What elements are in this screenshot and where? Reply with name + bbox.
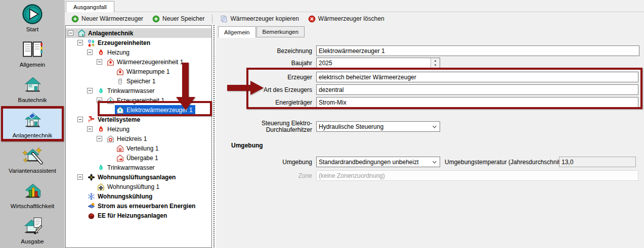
expander-minus-icon[interactable] xyxy=(97,136,105,141)
tree-item-wohnungslueftung-1[interactable]: Wohnungslüftung 1 xyxy=(66,182,211,191)
toolbar-button-label: Wärmeerzeuger löschen xyxy=(318,15,384,22)
waermeerzeuger-loeschen-button[interactable]: Wärmeerzeuger löschen xyxy=(305,14,388,24)
sidebar-item-label: Start xyxy=(26,26,38,32)
tree-item-erzeugereinheiten[interactable]: Erzeugereinheiten xyxy=(66,38,211,47)
sidebar-item-variantenassistent[interactable]: Variantenassistent xyxy=(0,141,65,177)
tree-item-trinkwarmwasser[interactable]: Trinkwarmwasser xyxy=(66,86,211,95)
tree-item-uebergabe-1[interactable]: Übergabe 1 xyxy=(66,153,211,163)
tree-item-speicher-1[interactable]: Speicher 1 xyxy=(66,76,211,86)
snowflake-icon xyxy=(87,192,96,201)
add-icon xyxy=(152,15,160,23)
art-des-erzeugers-input[interactable] xyxy=(316,84,638,95)
start-icon xyxy=(21,3,44,25)
tree-item-elektrowaermeerzeuger-1[interactable]: Elektrowärmeerzeuger 1 xyxy=(66,105,211,115)
zone-label: Zone xyxy=(216,172,312,179)
bezeichnung-input[interactable] xyxy=(316,45,639,56)
sidebar-item-label: Bautechnik xyxy=(18,97,47,103)
erzeuger-input[interactable] xyxy=(316,72,638,82)
neuer-waermeerzeuger-button[interactable]: Neuer Wärmeerzeuger xyxy=(68,14,147,24)
expander-minus-icon[interactable] xyxy=(87,49,96,55)
steuerung-label: Steuerung Elektro-Durchlauferhitzer xyxy=(216,120,312,133)
tree-item-anlagentechnik[interactable]: Anlagentechnik xyxy=(66,28,211,38)
steuerung-value: Hydraulische Steuerung xyxy=(319,123,383,130)
delete-icon xyxy=(308,15,316,23)
solar-icon xyxy=(87,202,96,210)
tree-item-wohnungslueftungsanlagen[interactable]: Wohnungslüftungsanlagen xyxy=(66,172,211,182)
form-tabstrip: Allgemein Bemerkungen xyxy=(218,26,305,37)
tree-item-verteilung-1[interactable]: Verteilung 1 xyxy=(66,143,211,153)
neuer-speicher-button[interactable]: Neuer Speicher xyxy=(149,14,208,24)
sidebar-item-anlagentechnik[interactable]: Anlagentechnik xyxy=(1,107,64,141)
baujahr-input[interactable] xyxy=(316,58,440,68)
tree-item-label: Wohnungslüftung 1 xyxy=(107,183,159,190)
tree-item-label: Heizkreis 1 xyxy=(117,135,147,142)
art-des-erzeugers-label: Art des Erzeugers xyxy=(216,86,312,93)
energietraeger-input[interactable] xyxy=(316,97,638,108)
sidebar-item-label: Anlagentechnik xyxy=(13,132,53,138)
expander-minus-icon[interactable] xyxy=(77,174,86,180)
expander-minus-icon[interactable] xyxy=(77,117,86,122)
expander-minus-icon[interactable] xyxy=(68,30,76,36)
sidebar-item-allgemein[interactable]: Allgemein xyxy=(0,35,65,71)
tab-allgemein[interactable]: Allgemein xyxy=(218,26,256,38)
ee-icon xyxy=(87,212,96,220)
flame-icon xyxy=(97,48,105,57)
tree-item-label: Trinkwarmwasser xyxy=(107,164,155,171)
expander-minus-icon[interactable] xyxy=(87,126,96,132)
tree-item-verteilsysteme[interactable]: Verteilsysteme xyxy=(66,115,211,124)
tab-ausgangsfall[interactable]: Ausgangsfall xyxy=(66,1,114,13)
house-flame-icon xyxy=(116,68,124,76)
fan-icon xyxy=(87,173,96,181)
waermeerzeuger-kopieren-button[interactable]: Wärmeerzeuger kopieren xyxy=(217,14,302,24)
tree-item-heizung[interactable]: Heizung xyxy=(66,47,211,57)
tree-item-label: Erzeugereinheit 1 xyxy=(117,97,164,104)
toolbar-button-label: Wärmeerzeuger kopieren xyxy=(230,15,298,22)
toolbar-separator xyxy=(212,14,212,23)
house-stars-icon xyxy=(21,144,44,167)
cylinder-icon xyxy=(116,77,124,85)
sidebar-item-start[interactable]: Start xyxy=(0,0,65,35)
house-drop-icon xyxy=(106,96,115,105)
expander-minus-icon[interactable] xyxy=(97,97,105,103)
umgebung-label: Umgebung xyxy=(216,159,312,165)
flame-icon xyxy=(97,125,105,133)
expander-minus-icon[interactable] xyxy=(87,88,96,93)
tree-item-waermeerzeugereinheit-1[interactable]: Wärmeerzeugereinheit 1 xyxy=(66,57,211,67)
umgebung-select[interactable]: Standardrandbedingungen unbeheizt xyxy=(316,157,440,167)
tree-item-label: Erzeugereinheiten xyxy=(98,39,150,46)
cluster-icon xyxy=(87,39,96,47)
steuerung-select[interactable]: Hydraulische Steuerung xyxy=(316,121,440,132)
expander-minus-icon[interactable] xyxy=(77,40,86,45)
sidebar-item-ausgabe[interactable]: Ausgabe xyxy=(0,212,65,247)
tree-item-label: EE für Heizungsanlagen xyxy=(98,212,167,219)
umgebungstemperatur-label: Umgebungstemperatur (Jahresdurchschnitt)… xyxy=(445,159,575,166)
tab-bemerkungen[interactable]: Bemerkungen xyxy=(256,26,305,37)
house-flame-icon xyxy=(106,58,115,66)
sidebar-item-wirtschaftlichkeit[interactable]: Wirtschaftlichkeit xyxy=(0,177,65,212)
expander-minus-icon[interactable] xyxy=(97,59,105,65)
tree-item-waermepumpe-1[interactable]: Wärmepumpe 1 xyxy=(66,67,211,76)
tree-item-wohnungskuehlung[interactable]: Wohnungskühlung xyxy=(66,191,211,201)
tree-item-label: Wohnungskühlung xyxy=(98,193,152,200)
house-icon xyxy=(21,74,44,96)
toolbar-button-label: Neuer Wärmeerzeuger xyxy=(81,15,143,22)
toolbar-button-label: Neuer Speicher xyxy=(162,15,204,22)
panel-splitter[interactable] xyxy=(212,25,216,248)
tree-item-ee-fuer-heizungsanlagen[interactable]: EE für Heizungsanlagen xyxy=(66,211,211,220)
tree-item-erzeugereinheit-1[interactable]: Erzeugereinheit 1 xyxy=(66,95,211,105)
spin-down-icon[interactable]: ▼ xyxy=(431,63,440,68)
tree-item-trinkwarmwasser[interactable]: Trinkwarmwasser xyxy=(66,163,211,172)
sidebar: StartAllgemeinBautechnikAnlagentechnikVa… xyxy=(0,0,65,248)
tree-item-label: Wohnungslüftungsanlagen xyxy=(98,174,176,181)
tree-item-heizung[interactable]: Heizung xyxy=(66,124,211,134)
tab-ausgangsfall-label: Ausgangsfall xyxy=(73,4,107,10)
spin-up-icon[interactable]: ▲ xyxy=(431,58,440,63)
sidebar-item-bautechnik[interactable]: Bautechnik xyxy=(0,71,65,106)
tree-item-label: Verteilung 1 xyxy=(126,145,158,152)
house-dot-icon xyxy=(116,154,124,162)
energietraeger-label: Energieträger xyxy=(216,99,312,106)
house-drop-icon xyxy=(116,106,124,114)
tree-item-label: Speicher 1 xyxy=(126,78,155,85)
tree-item-strom-aus-erneuerbaren-energien[interactable]: Strom aus erneuerbaren Energien xyxy=(66,201,211,211)
tree-item-heizkreis-1[interactable]: Heizkreis 1 xyxy=(66,134,211,143)
